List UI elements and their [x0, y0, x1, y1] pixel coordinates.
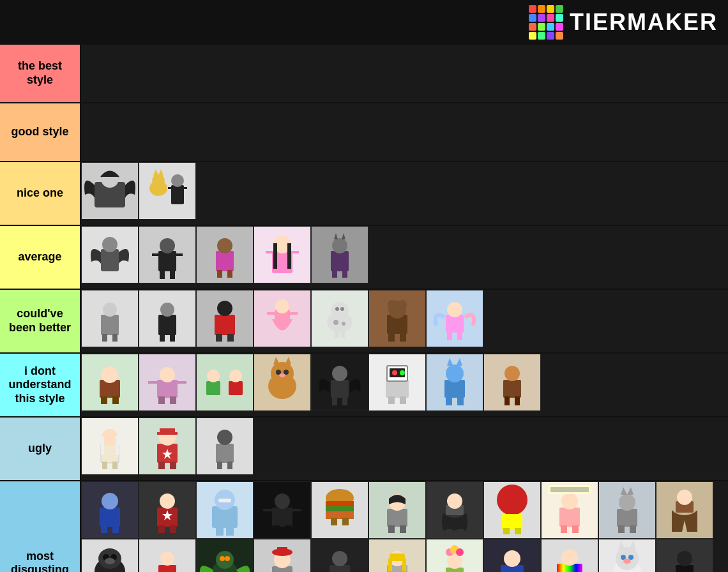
tier-item[interactable] [81, 226, 139, 283]
svg-rect-188 [158, 565, 176, 572]
tier-item[interactable] [254, 354, 311, 411]
svg-marker-5 [158, 169, 163, 176]
svg-rect-15 [175, 253, 183, 256]
tier-item[interactable] [426, 290, 483, 347]
tier-label-f: ugly [0, 418, 80, 480]
svg-rect-108 [504, 396, 510, 405]
tier-item[interactable] [139, 226, 196, 283]
svg-rect-129 [101, 525, 107, 533]
tier-item[interactable] [368, 481, 426, 539]
svg-marker-173 [621, 487, 627, 495]
svg-point-234 [623, 559, 631, 564]
svg-rect-12 [158, 251, 176, 271]
tier-item[interactable] [81, 354, 139, 411]
svg-rect-168 [572, 525, 579, 533]
svg-rect-89 [331, 380, 349, 398]
tier-label-e: i dont understand this style [0, 354, 80, 416]
tier-item[interactable] [426, 481, 483, 539]
tier-item[interactable] [81, 481, 139, 539]
tier-item[interactable] [81, 290, 139, 347]
svg-point-193 [216, 551, 234, 569]
svg-rect-80 [229, 381, 243, 395]
tier-item[interactable] [196, 354, 254, 411]
svg-rect-155 [388, 525, 395, 533]
svg-point-55 [342, 322, 345, 326]
logo-cell [556, 23, 563, 31]
tier-item[interactable] [139, 539, 196, 572]
tier-item[interactable] [254, 539, 311, 572]
tier-item[interactable] [139, 354, 196, 411]
logo-cell [529, 14, 536, 22]
svg-rect-122 [170, 462, 176, 469]
tier-item[interactable] [483, 539, 541, 572]
svg-rect-127 [100, 508, 120, 527]
tier-item[interactable] [541, 539, 598, 572]
tier-row-e: i dont understand this style [0, 354, 728, 418]
svg-rect-77 [170, 396, 176, 404]
tier-item[interactable] [254, 226, 311, 283]
svg-rect-21 [227, 270, 232, 278]
tier-item[interactable] [81, 539, 139, 572]
tier-label-b: nice one [0, 162, 80, 225]
tier-item[interactable] [81, 162, 139, 220]
tier-item[interactable] [196, 539, 254, 572]
svg-point-221 [504, 550, 520, 567]
tier-item[interactable] [196, 481, 254, 539]
svg-rect-199 [277, 547, 287, 553]
svg-point-90 [332, 366, 347, 381]
svg-rect-42 [215, 315, 235, 335]
tier-item[interactable] [311, 226, 368, 283]
svg-rect-146 [285, 525, 291, 533]
tier-row-c: average [0, 226, 728, 290]
svg-rect-100 [444, 380, 465, 398]
tier-item[interactable] [426, 539, 483, 572]
tier-item[interactable] [483, 481, 541, 539]
tier-item[interactable] [139, 162, 196, 220]
tier-row-g: most disgusting style [0, 481, 728, 572]
tier-item[interactable] [139, 418, 196, 475]
tier-item[interactable] [196, 418, 254, 475]
svg-point-53 [340, 307, 344, 311]
svg-point-39 [160, 303, 174, 317]
tier-item[interactable] [541, 481, 598, 539]
tier-item[interactable] [311, 290, 368, 347]
svg-point-124 [217, 430, 232, 445]
tier-items-g [80, 481, 728, 572]
logo-cell [538, 5, 545, 13]
tier-item[interactable] [656, 481, 713, 539]
tier-item[interactable] [81, 418, 139, 475]
svg-point-19 [217, 238, 232, 253]
tier-item[interactable] [368, 290, 426, 347]
tier-item[interactable] [196, 226, 254, 283]
tier-item[interactable] [483, 354, 541, 411]
tier-item[interactable] [311, 354, 368, 411]
tier-item[interactable] [426, 354, 483, 411]
svg-rect-72 [157, 380, 178, 398]
tier-item[interactable] [196, 290, 254, 347]
tier-item[interactable] [656, 539, 713, 572]
tier-item[interactable] [311, 481, 368, 539]
svg-point-189 [160, 552, 174, 566]
logo-cell [547, 5, 554, 13]
tier-item[interactable] [598, 481, 656, 539]
svg-rect-20 [217, 270, 222, 278]
svg-rect-37 [112, 334, 118, 342]
svg-point-107 [504, 366, 520, 381]
tier-item[interactable] [311, 539, 368, 572]
tier-items-e [80, 354, 728, 416]
tier-item[interactable] [368, 354, 426, 411]
svg-rect-144 [291, 509, 301, 511]
tier-item[interactable] [254, 481, 311, 539]
tier-item[interactable] [368, 539, 426, 572]
tier-item[interactable] [139, 290, 196, 347]
svg-rect-36 [102, 334, 107, 342]
svg-rect-34 [101, 315, 119, 335]
tier-item[interactable] [254, 290, 311, 347]
svg-rect-134 [158, 525, 165, 533]
svg-point-81 [229, 370, 242, 382]
svg-rect-140 [226, 527, 234, 536]
svg-point-132 [160, 493, 175, 509]
tier-item[interactable] [139, 481, 196, 539]
tier-item[interactable] [598, 539, 656, 572]
svg-point-225 [561, 549, 578, 566]
